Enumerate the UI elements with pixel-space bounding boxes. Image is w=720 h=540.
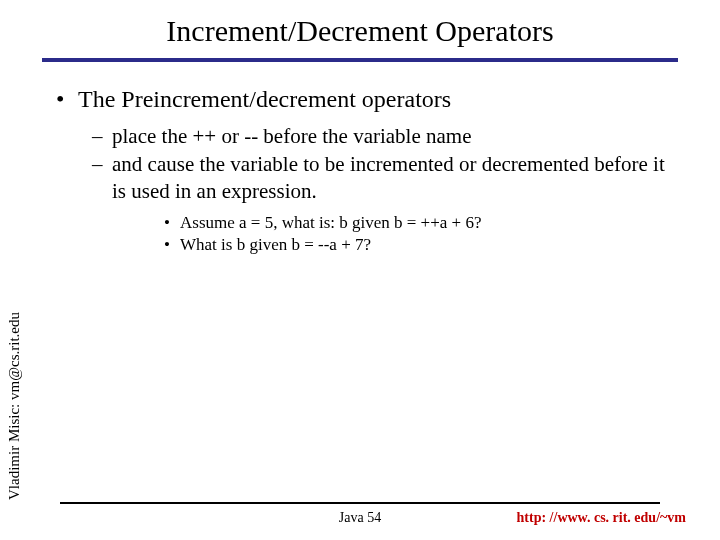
bullet-level3-text: Assume a = 5, what is: b given b = ++a +… — [180, 212, 672, 233]
footer-url: http: //www. cs. rit. edu/~vm — [517, 510, 686, 526]
slide-title: Increment/Decrement Operators — [0, 14, 720, 48]
bullet-level2: – place the ++ or -- before the variable… — [92, 123, 672, 149]
dash-bullet-icon: – — [92, 151, 112, 204]
bullet-level3: • What is b given b = --a + 7? — [164, 234, 672, 255]
disc-bullet-icon: • — [164, 212, 180, 233]
content-area: • The Preincrement/decrement operators –… — [56, 86, 672, 256]
title-underline — [42, 58, 678, 62]
bullet-level1-text: The Preincrement/decrement operators — [78, 86, 672, 113]
footer-divider — [60, 502, 660, 504]
bullet-level2-text: place the ++ or -- before the variable n… — [112, 123, 672, 149]
disc-bullet-icon: • — [164, 234, 180, 255]
disc-bullet-icon: • — [56, 86, 78, 113]
author-vertical-label: Vladimir Misic: vm@cs.rit.edu — [6, 312, 23, 500]
bullet-level2: – and cause the variable to be increment… — [92, 151, 672, 204]
bullet-level3-text: What is b given b = --a + 7? — [180, 234, 672, 255]
level3-group: • Assume a = 5, what is: b given b = ++a… — [164, 212, 672, 256]
slide: Increment/Decrement Operators • The Prei… — [0, 0, 720, 540]
dash-bullet-icon: – — [92, 123, 112, 149]
level2-group: – place the ++ or -- before the variable… — [92, 123, 672, 255]
bullet-level3: • Assume a = 5, what is: b given b = ++a… — [164, 212, 672, 233]
bullet-level2-text: and cause the variable to be incremented… — [112, 151, 672, 204]
bullet-level1: • The Preincrement/decrement operators — [56, 86, 672, 113]
